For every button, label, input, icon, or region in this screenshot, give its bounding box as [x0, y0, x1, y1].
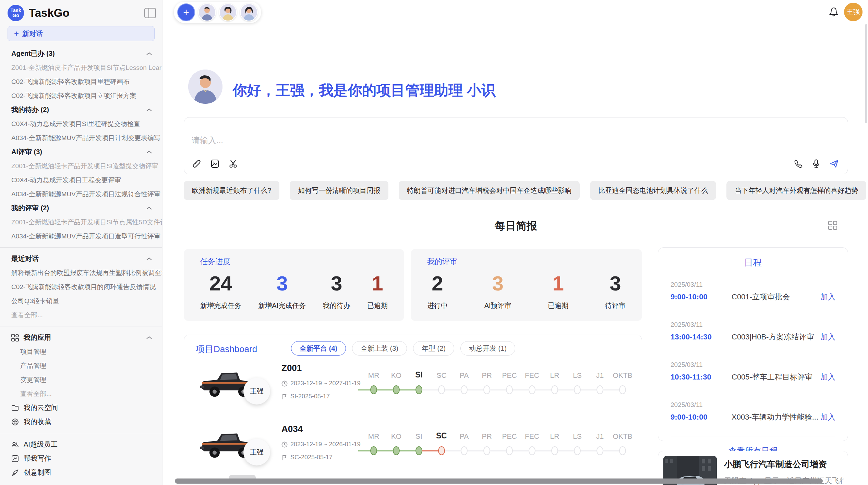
my-favorites-label: 我的收藏 — [24, 417, 51, 426]
sidebar-item[interactable]: A034-全新新能源MUV产品开发项目法规符合性评审 — [0, 187, 162, 201]
my-apps-header[interactable]: 我的应用 — [0, 331, 162, 345]
sidebar-item[interactable]: C02-飞腾新能源轻客改款项目里程碑画布 — [0, 75, 162, 89]
creative-drawing[interactable]: 创意制图 — [0, 465, 162, 480]
project-row[interactable]: 王强 Z001 2023-12-19 ~ 2027-01-19 SI-2025-… — [184, 360, 642, 421]
milestone-label: J1 — [589, 371, 611, 380]
milestone-label: SC — [430, 371, 453, 380]
section-header[interactable]: 最近对话 — [0, 252, 162, 266]
sidebar-collapse-icon[interactable] — [144, 8, 156, 18]
milestone-label: PR — [475, 432, 498, 440]
scissors-icon[interactable] — [229, 159, 238, 169]
add-agent-button[interactable]: + — [177, 3, 195, 21]
stat-label: 新增完成任务 — [200, 301, 241, 310]
sidebar-item[interactable]: Z001-全新燃油皮卡产品开发项目SI节点Lesson Learn报告 — [0, 61, 162, 75]
milestone-dot — [596, 385, 603, 394]
suggestion-chip[interactable]: 当下年轻人对汽车外观有怎样的喜好趋势 — [726, 181, 866, 200]
help-me-write[interactable]: 帮我写作 — [0, 451, 162, 465]
help-me-write-label: 帮我写作 — [24, 454, 51, 463]
milestone-dot — [483, 446, 490, 455]
divider — [0, 247, 162, 248]
stat-in-progress: 2 进行中 — [427, 269, 448, 310]
filter-pill[interactable]: 全新上装 (3) — [352, 341, 407, 356]
sidebar-header: Task Go TaskGo — [0, 0, 162, 25]
milestone-dot — [438, 446, 445, 455]
milestone-dot — [596, 446, 603, 455]
section-title: AI评审 (3) — [11, 147, 42, 157]
milestone-dot — [461, 385, 468, 394]
filter-pill[interactable]: 年型 (2) — [413, 341, 454, 356]
bell-icon[interactable] — [829, 7, 839, 17]
paperclip-icon[interactable] — [192, 159, 201, 169]
suggestion-chip[interactable]: 比亚迪全固态电池计划具体说了什么 — [590, 181, 716, 200]
send-icon[interactable] — [829, 159, 839, 169]
mic-icon[interactable] — [811, 159, 821, 169]
user-avatar[interactable]: 王强 — [844, 3, 863, 21]
recent-chat-item[interactable]: 解释最新出台的欧盟报废车法规再生塑料比例被调至15%... — [0, 266, 162, 280]
chevron-up-icon — [146, 336, 152, 339]
chat-input[interactable] — [191, 135, 672, 146]
join-link[interactable]: 加入 — [820, 332, 835, 342]
recent-chat-item[interactable]: C02-飞腾新能源轻客改款项目的闭环通告反馈情况 — [0, 280, 162, 294]
milestone-dot — [619, 385, 626, 394]
project-date-range: 2023-12-19 ~ 2026-01-19 — [290, 441, 361, 448]
milestone-label: KO — [385, 432, 408, 440]
app-link-change-mgmt[interactable]: 变更管理 — [0, 373, 162, 387]
schedule-time: 9:00-10:00 — [671, 293, 732, 301]
agent-avatar[interactable] — [240, 3, 258, 21]
section-header[interactable]: AI评审 (3) — [0, 145, 162, 159]
project-flag-milestone: SI-2025-05-17 — [290, 393, 330, 400]
sidebar-item[interactable]: C0X4-动力总成开发项目SI里程碑提交物检查 — [0, 117, 162, 131]
milestone-dot — [574, 446, 581, 455]
join-link[interactable]: 加入 — [820, 412, 835, 422]
sidebar-item[interactable]: C02-飞腾新能源轻客改款项目立项汇报方案 — [0, 89, 162, 103]
my-review-card: 我的评审 2 进行中 3 AI预评审 1 已逾期 3 待评审 — [411, 249, 642, 321]
milestone-label: OKTB — [611, 371, 634, 380]
schedule-time: 13:00-14:30 — [671, 333, 732, 341]
sidebar-item[interactable]: Z001-全新燃油轻卡产品开发项目SI节点属性5D文件评审 — [0, 215, 162, 229]
stat-new-ai-completed: 3 新增AI完成任务 — [258, 269, 306, 310]
filter-pill[interactable]: 全新平台 (4) — [291, 341, 346, 356]
project-row[interactable]: 王强 A034 2023-12-19 ~ 2026-01-19 SC-2025-… — [184, 421, 642, 482]
my-favorites[interactable]: 我的收藏 — [0, 415, 162, 429]
horizontal-scrollbar[interactable] — [175, 478, 823, 484]
suggestion-chip[interactable]: 特朗普可能对进口汽车增税会对中国车企造成哪些影响 — [399, 181, 580, 200]
apps-view-all-link[interactable]: 查看全部... — [0, 387, 162, 401]
sidebar-section-my-todo: 我的待办 (2) C0X4-动力总成开发项目SI里程碑提交物检查 A034-全新… — [0, 103, 162, 145]
dashboard-filters: 全新平台 (4) 全新上装 (3) 年型 (2) 动总开发 (1) — [291, 341, 515, 356]
filter-pill[interactable]: 动总开发 (1) — [460, 341, 515, 356]
milestone-label: LS — [566, 371, 589, 380]
join-link[interactable]: 加入 — [820, 292, 835, 302]
my-cloud-space[interactable]: 我的云空间 — [0, 401, 162, 415]
schedule-item: 2025/03/11 9:00-10:00 X003-车辆动力学性能验... 加… — [658, 396, 848, 431]
logo-line1: Task — [11, 8, 21, 13]
chevron-up-icon — [146, 52, 152, 55]
layout-grid-icon[interactable] — [828, 221, 837, 230]
suggestion-chip[interactable]: 欧洲新规最近颁布了什么? — [184, 181, 279, 200]
app-link-project-mgmt[interactable]: 项目管理 — [0, 345, 162, 359]
agent-avatar[interactable] — [219, 3, 237, 21]
sidebar-item[interactable]: A034-全新新能源MUV产品开发项目造型可行性评审 — [0, 229, 162, 243]
sidebar-section-agent-done: Agent已办 (3) Z001-全新燃油皮卡产品开发项目SI节点Lesson … — [0, 47, 162, 103]
join-link[interactable]: 加入 — [820, 372, 835, 382]
schedule-event-title: C003|H0B-方案冻结评审 — [732, 332, 820, 342]
schedule-item: 2025/03/11 13:00-14:30 C003|H0B-方案冻结评审 加… — [658, 316, 848, 350]
image-icon[interactable] — [210, 159, 220, 169]
recent-chat-item[interactable]: 公司Q3轻卡销量 — [0, 294, 162, 308]
agent-avatar[interactable] — [198, 3, 216, 21]
suggestion-chip[interactable]: 如何写一份清晰的项目周报 — [290, 181, 388, 200]
milestone-label: LS — [566, 432, 589, 440]
section-header[interactable]: Agent已办 (3) — [0, 47, 162, 61]
new-chat-button[interactable]: + 新对话 — [8, 26, 155, 41]
sidebar-item[interactable]: C0X4-动力总成开发项目工程变更评审 — [0, 173, 162, 187]
app-link-product-mgmt[interactable]: 产品管理 — [0, 359, 162, 373]
project-owner-badge: 王强 — [243, 378, 270, 405]
vertical-scrollbar[interactable] — [865, 24, 867, 123]
ai-super-employee[interactable]: AI超级员工 — [0, 437, 162, 451]
section-header[interactable]: 我的待办 (2) — [0, 103, 162, 117]
sidebar-item[interactable]: Z001-全新燃油轻卡产品开发项目SI造型提交物评审 — [0, 159, 162, 173]
section-header[interactable]: 我的评审 (2) — [0, 201, 162, 215]
sidebar-item[interactable]: A034-全新新能源MUV产品开发项目计划变更表编写 — [0, 131, 162, 145]
phone-icon[interactable] — [794, 159, 803, 169]
stat-label: 已逾期 — [548, 301, 568, 310]
recent-view-all-link[interactable]: 查看全部... — [0, 308, 162, 322]
